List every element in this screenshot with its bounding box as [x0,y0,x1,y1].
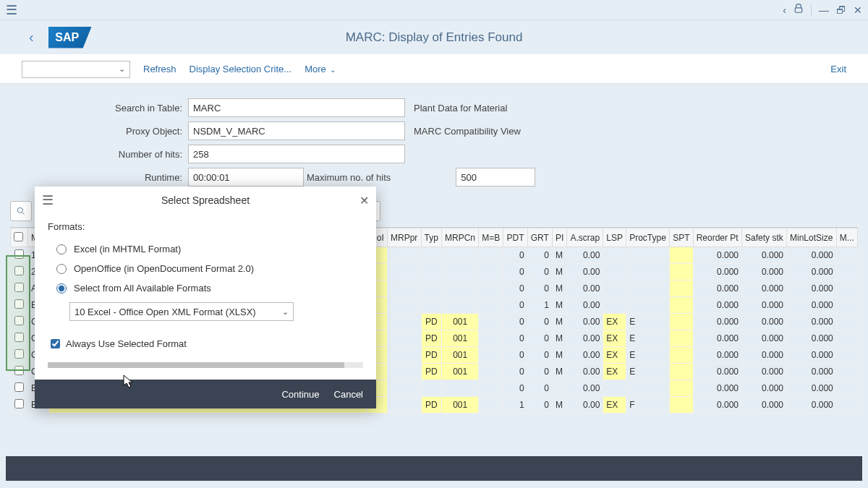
cell-mrpcn: 001 [442,364,479,380]
col-header[interactable]: Safety stk [742,228,787,247]
col-header[interactable]: M... [836,228,857,247]
select-all-checkbox[interactable] [14,232,23,241]
col-header[interactable]: PI [552,228,566,247]
format-option-mhtml[interactable]: Excel (in MHTML Format) [48,239,363,259]
prev-icon[interactable]: ‹ [783,4,786,16]
continue-button[interactable]: Continue [281,389,319,400]
col-header[interactable]: SPT [670,228,694,247]
dialog-menu-icon[interactable]: ☰ [42,192,54,208]
cell-trail [836,380,857,397]
col-header[interactable]: MRPCn [442,228,479,247]
row-checkbox[interactable] [14,316,24,325]
cell-pi: M [552,247,566,264]
row-checkbox[interactable] [14,249,24,259]
display-selection-button[interactable]: Display Selection Crite... [190,64,292,74]
format-option-openoffice[interactable]: OpenOffice (in OpenDocument Format 2.0) [48,259,363,278]
cell-reorderpt: 0.000 [693,330,741,347]
row-checkbox[interactable] [14,349,24,359]
cell-mrppr [387,364,421,380]
cell-mb [479,297,503,314]
col-header[interactable]: LSP [603,228,626,247]
exit-button[interactable]: Exit [830,64,846,74]
cell-proctype [626,380,670,397]
cell-ascrap: 0.00 [567,364,603,380]
cell-trail [836,281,857,297]
menu-icon[interactable]: ☰ [6,2,17,18]
lock-icon[interactable] [793,4,804,16]
format-select[interactable]: 10 Excel - Office Open XML Format (XLSX)… [69,302,294,321]
cell-minlotsize: 0.000 [787,397,837,414]
radio-mhtml[interactable] [56,244,67,254]
cell-mrppr [387,330,421,347]
command-field[interactable]: ⌄ [22,61,130,78]
cell-typ: PD [421,364,441,380]
row-checkbox[interactable] [14,266,24,275]
col-header[interactable]: PDT [503,228,527,247]
col-header[interactable]: MinLotSize [787,228,837,247]
dialog-scrollbar[interactable] [48,362,363,368]
always-use-checkbox[interactable] [51,339,60,348]
radio-all-formats[interactable] [56,283,67,294]
col-header[interactable]: Typ [421,228,441,247]
always-use-format-row[interactable]: Always Use Selected Format [48,325,363,354]
cell-ascrap: 0.00 [567,380,603,397]
runtime-input[interactable] [188,168,304,187]
select-value: 10 Excel - Office Open XML Format (XLSX) [75,307,256,317]
row-checkbox[interactable] [14,366,24,375]
col-header[interactable]: Reorder Pt [693,228,741,247]
cell-pi: M [552,314,566,330]
max-hits-input[interactable] [456,168,535,187]
col-header[interactable]: MRPpr [387,228,421,247]
cell-safetystk: 0.000 [742,364,787,380]
close-window-icon[interactable]: ✕ [854,4,862,16]
cell-reorderpt: 0.000 [693,380,741,397]
cell-safetystk: 0.000 [742,297,787,314]
cell-proctype: E [626,330,670,347]
cell-pdt: 0 [503,247,527,264]
radio-openoffice[interactable] [56,264,67,274]
row-checkbox[interactable] [14,283,24,292]
col-header[interactable]: A.scrap [567,228,603,247]
zoom-icon-button[interactable] [10,201,32,221]
cell-grt: 0 [527,314,552,330]
maximize-icon[interactable]: 🗗 [836,4,846,16]
cell-reorderpt: 0.000 [693,247,741,264]
cell-grt: 0 [527,247,552,264]
col-header[interactable]: M=B [479,228,503,247]
format-option-all[interactable]: Select from All Available Formats [48,278,363,298]
minimize-icon[interactable]: — [819,4,829,16]
more-button[interactable]: More ⌄ [305,64,336,74]
dialog-close-icon[interactable]: ✕ [359,194,369,207]
row-checkbox[interactable] [14,382,24,392]
cell-pi: M [552,397,566,414]
cell-typ [421,247,441,264]
cell-spt [670,297,694,314]
col-header[interactable]: GRT [527,228,552,247]
svg-point-1 [17,207,22,213]
row-checkbox[interactable] [14,399,24,408]
cell-typ: PD [421,330,441,347]
row-checkbox[interactable] [14,333,24,342]
cell-reorderpt: 0.000 [693,314,741,330]
col-header[interactable]: ProcType [626,228,670,247]
proxy-object-desc: MARC Compatibility View [414,126,521,137]
cell-reorderpt: 0.000 [693,397,741,414]
dialog-header: ☰ Select Spreadsheet ✕ [35,187,376,214]
cell-pi: M [552,364,566,380]
search-table-input[interactable] [188,98,405,117]
back-button[interactable]: ‹ [29,29,34,46]
cancel-button[interactable]: Cancel [334,389,363,400]
select-spreadsheet-dialog: ☰ Select Spreadsheet ✕ Formats: Excel (i… [35,187,376,408]
cell-safetystk: 0.000 [742,347,787,364]
cell-typ: PD [421,397,441,414]
proxy-object-input[interactable] [188,121,405,140]
refresh-button[interactable]: Refresh [143,64,176,74]
cell-mrpcn [442,281,479,297]
more-label: More [305,64,326,74]
dialog-scroll-thumb[interactable] [48,362,344,368]
divider [811,4,812,16]
select-all-header[interactable] [11,228,28,247]
cell-ascrap: 0.00 [567,314,603,330]
row-checkbox[interactable] [14,299,24,309]
hits-input[interactable] [188,145,405,163]
